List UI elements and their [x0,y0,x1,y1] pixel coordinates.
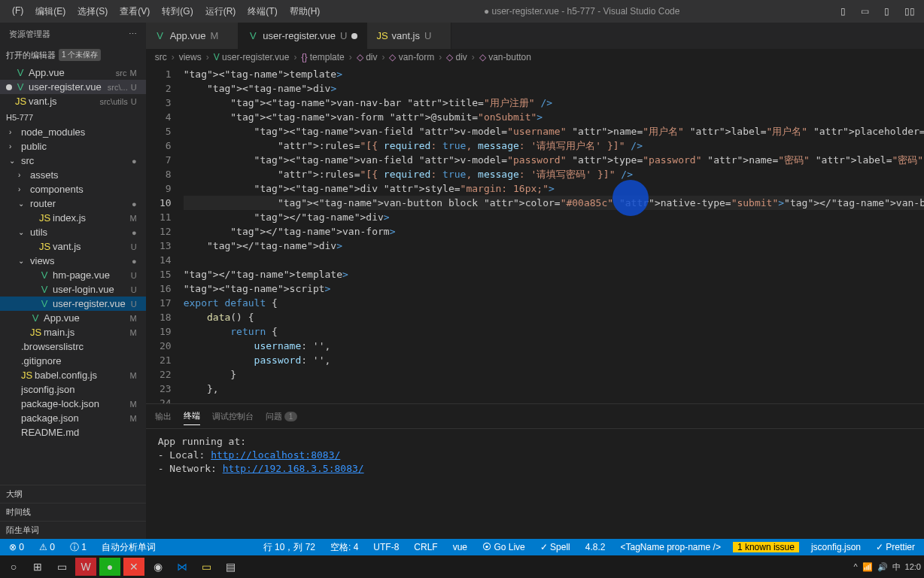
status-spell[interactable]: ✓ Spell [537,542,573,552]
code-line[interactable]: username: '', [184,339,924,353]
network-url-link[interactable]: http://192.168.3.5:8083/ [223,463,364,474]
tray-chevron-icon[interactable]: ^ [853,562,857,571]
code-line[interactable]: "tag"></"tag-name">van-form> [184,224,924,239]
layout-icon[interactable]: ▭ [858,5,872,18]
code-line[interactable]: return { [184,324,924,339]
code-line[interactable]: "attr">:rules="[{ required: true, messag… [184,138,924,153]
code-line[interactable] [184,396,924,403]
code-line[interactable]: "tag"><"tag-name">template> [184,67,924,81]
editor-tab[interactable]: Vuser-register.vueU [239,23,367,49]
tree-item[interactable]: ›assets [0,168,146,182]
menu-terminal[interactable]: 终端(T) [242,2,283,21]
code-line[interactable]: "tag"><"tag-name">van-nav-bar "attr">tit… [184,96,924,110]
wechat-icon[interactable]: ● [99,558,120,576]
ime-indicator[interactable]: 中 [892,561,901,573]
code-area[interactable]: 1234567891011121314151617181920212223242… [146,65,924,403]
outline-section[interactable]: 大纲 [0,485,146,503]
code-line[interactable]: "tag"></"tag-name">div> [184,210,924,224]
status-jsconfig[interactable]: jsconfig.json [808,542,864,552]
local-url-link[interactable]: http://localhost:8083/ [211,449,340,461]
status-version[interactable]: 4.8.2 [582,542,609,552]
code-line[interactable]: "tag"><"tag-name">van-form "attr">@submi… [184,110,924,124]
vscode-icon[interactable]: ⋈ [172,558,193,576]
search-icon[interactable]: ⊞ [27,558,48,576]
menu-run[interactable]: 运行(R) [199,2,242,21]
layout-icon[interactable]: ▯▯ [901,5,918,18]
tree-item[interactable]: JSvant.jsU [0,239,146,254]
menu-file[interactable]: (F) [6,2,29,21]
code-line[interactable]: "tag"><"tag-name">div> [184,81,924,96]
chrome-icon[interactable]: ◉ [147,558,169,576]
tree-item[interactable]: .gitignore [0,354,146,368]
tree-item[interactable]: JSmain.jsM [0,325,146,339]
status-lang[interactable]: vue [450,542,470,552]
status-spaces[interactable]: 空格: 4 [327,541,361,554]
breadcrumb-item[interactable]: ◇ div [357,52,378,62]
panel-tab-debug[interactable]: 调试控制台 [212,408,254,425]
app-icon[interactable]: ✕ [123,558,144,576]
breadcrumb-item[interactable]: ◇ van-form [389,52,434,62]
status-prettier[interactable]: ✓ Prettier [873,542,918,552]
tree-item[interactable]: .browserslistrc [0,339,146,354]
tree-item[interactable]: package.jsonM [0,411,146,425]
status-position[interactable]: 行 10，列 72 [260,541,318,554]
code-line[interactable]: "tag"></"tag-name">template> [184,267,924,281]
code-line[interactable]: "attr">:rules="[{ required: true, messag… [184,167,924,181]
tree-item[interactable]: ›components [0,182,146,196]
project-header[interactable]: H5-777 [0,110,146,125]
tree-item[interactable]: jsconfig.json [0,382,146,397]
explorer-icon[interactable]: ▭ [196,558,217,576]
vocab-section[interactable]: 陌生单词 [0,521,146,539]
open-editor-item[interactable]: Vuser-register.vuesrc\...U [0,80,146,94]
breadcrumb-item[interactable]: {} template [301,52,344,62]
app-icon[interactable]: ▤ [220,558,241,576]
tree-item[interactable]: JSbabel.config.jsM [0,368,146,382]
code-line[interactable]: "tag"><"tag-name">div "attr">style="marg… [184,181,924,196]
code-line[interactable]: "tag"></"tag-name">div> [184,239,924,253]
menu-goto[interactable]: 转到(G) [156,2,199,21]
more-icon[interactable]: ⋯ [129,29,137,39]
menu-edit[interactable]: 编辑(E) [29,2,71,21]
tree-item[interactable]: ⌄src● [0,154,146,168]
app-icon[interactable]: W [75,558,96,576]
code-line[interactable]: "tag"><"tag-name">van-field "attr">v-mod… [184,124,924,138]
tree-item[interactable]: ›public [0,139,146,154]
menu-select[interactable]: 选择(S) [71,2,114,21]
tree-item[interactable]: JSindex.jsM [0,211,146,225]
code-line[interactable]: password: '', [184,353,924,367]
tree-item[interactable]: Vuser-login.vueU [0,282,146,297]
status-analysis[interactable]: 自动分析单词 [99,541,159,554]
code-line[interactable]: "tag"><"tag-name">van-button block "attr… [184,196,924,210]
panel-tab-problems[interactable]: 问题 1 [266,408,298,425]
timeline-section[interactable]: 时间线 [0,503,146,521]
tree-item[interactable]: package-lock.jsonM [0,397,146,411]
code-line[interactable]: "tag"><"tag-name">script> [184,281,924,296]
code-line[interactable] [184,253,924,267]
code-line[interactable]: data() { [184,310,924,324]
editor-tab[interactable]: VApp.vueM [146,23,239,49]
clock[interactable]: 12:0 [905,562,921,571]
layout-icon[interactable]: ▯ [881,5,892,18]
status-golive[interactable]: ⦿ Go Live [479,542,528,552]
wifi-icon[interactable]: 📶 [862,562,873,572]
code-content[interactable]: "tag"><"tag-name">template> "tag"><"tag-… [184,65,924,403]
status-encoding[interactable]: UTF-8 [370,542,402,552]
code-line[interactable]: export default { [184,296,924,310]
status-issues[interactable]: 1 known issue [733,542,799,552]
status-eol[interactable]: CRLF [411,542,440,552]
menu-help[interactable]: 帮助(H) [284,2,327,21]
open-editor-item[interactable]: VApp.vuesrcM [0,65,146,80]
volume-icon[interactable]: 🔊 [877,562,888,572]
breadcrumb-item[interactable]: V user-register.vue [214,52,290,62]
code-line[interactable]: } [184,367,924,382]
panel-tab-output[interactable]: 输出 [155,408,172,425]
tree-item[interactable]: ⌄utils● [0,225,146,239]
terminal-content[interactable]: App running at: - Local: http://localhos… [146,429,924,482]
breadcrumb-item[interactable]: views [179,52,202,62]
breadcrumb-item[interactable]: src [155,52,167,62]
open-editors-header[interactable]: 打开的编辑器 1 个未保存 [0,46,146,64]
code-line[interactable]: "tag"><"tag-name">van-field "attr">v-mod… [184,153,924,167]
panel-tab-terminal[interactable]: 终端 [184,407,200,425]
layout-icon[interactable]: ▯ [837,5,849,18]
start-button[interactable]: ○ [3,558,24,576]
